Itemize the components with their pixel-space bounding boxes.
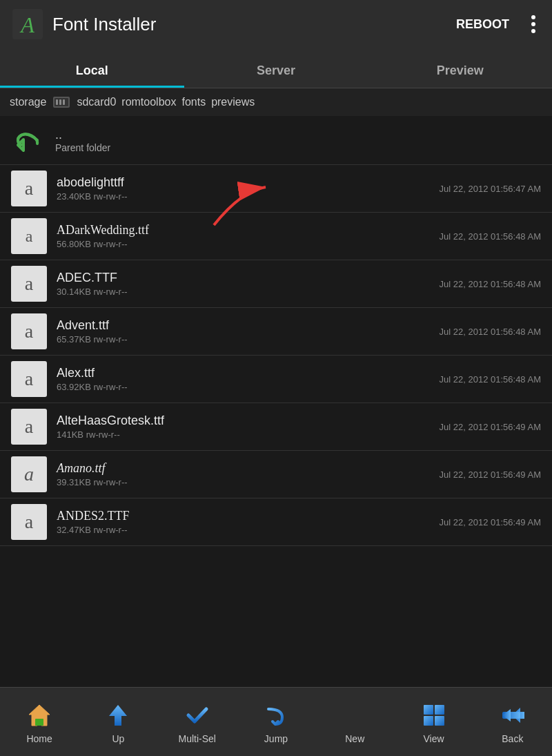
nav-view[interactable]: View (410, 700, 458, 744)
nav-view-label: View (424, 733, 444, 744)
svg-text:A: A (19, 12, 34, 37)
reboot-button[interactable]: REBOOT (448, 12, 518, 37)
svg-rect-18 (424, 716, 433, 726)
file-date: Jul 22, 2012 01:56:47 AM (440, 184, 541, 194)
more-menu-button[interactable] (526, 9, 541, 39)
nav-home[interactable]: Home (15, 700, 63, 744)
svg-marker-22 (502, 709, 511, 721)
file-name: Amano.ttf (57, 461, 430, 476)
breadcrumb-romtoolbox[interactable]: romtoolbox (121, 96, 176, 108)
plus-icon (339, 700, 370, 730)
nav-jump-label: Jump (264, 733, 288, 744)
file-meta: 63.92KB rw-rw-r-- (57, 382, 430, 392)
svg-point-3 (531, 22, 535, 26)
svg-rect-9 (59, 99, 61, 105)
file-icon: a (11, 218, 47, 254)
parent-folder-row[interactable]: .. Parent folder (0, 116, 552, 165)
home-icon (24, 700, 55, 730)
file-name: abodelighttff (57, 175, 430, 190)
file-date: Jul 22, 2012 01:56:48 AM (440, 279, 541, 289)
file-icon: a (11, 456, 47, 492)
header: A Font Installer REBOOT (0, 0, 552, 48)
view-icon (419, 700, 449, 730)
app-title: Font Installer (52, 14, 440, 35)
file-row[interactable]: a Alex.ttf 63.92KB rw-rw-r-- Jul 22, 201… (0, 356, 552, 403)
file-meta: 65.37KB rw-rw-r-- (57, 334, 430, 345)
file-name: Alex.ttf (57, 366, 430, 380)
svg-rect-8 (56, 99, 58, 105)
nav-home-label: Home (26, 733, 52, 744)
parent-dots: .. (55, 128, 110, 142)
nav-up-label: Up (112, 733, 124, 744)
svg-marker-13 (109, 705, 127, 726)
breadcrumb-fonts[interactable]: fonts (181, 96, 206, 108)
file-date: Jul 22, 2012 01:56:49 AM (440, 517, 541, 527)
file-date: Jul 22, 2012 01:56:49 AM (440, 469, 541, 480)
file-icon: a (11, 313, 47, 349)
tab-server[interactable]: Server (184, 64, 368, 88)
file-name: ADEC.TTF (57, 271, 430, 285)
file-row[interactable]: a abodelighttff 23.40KB rw-rw-r-- Jul 22… (0, 165, 552, 213)
nav-multisel[interactable]: Multi-Sel (173, 700, 221, 744)
breadcrumb-previews[interactable]: previews (211, 96, 255, 108)
main-content: storage sdcard0 romtoolbox fonts preview… (0, 88, 552, 687)
file-info: ADEC.TTF 30.14KB rw-rw-r-- (57, 271, 430, 297)
sdcard-icon (52, 95, 71, 109)
app-logo: A (11, 8, 44, 41)
svg-rect-17 (435, 705, 444, 715)
svg-point-2 (531, 15, 535, 19)
file-icon: a (11, 409, 47, 445)
back-arrow-icon (497, 700, 528, 730)
file-info: Alex.ttf 63.92KB rw-rw-r-- (57, 366, 430, 392)
jump-icon (261, 700, 291, 730)
file-info: Amano.ttf 39.31KB rw-rw-r-- (57, 461, 430, 487)
file-info: ADarkWedding.ttf 56.80KB rw-rw-r-- (57, 223, 430, 249)
file-row[interactable]: a Amano.ttf 39.31KB rw-rw-r-- Jul 22, 20… (0, 451, 552, 498)
file-meta: 141KB rw-rw-r-- (57, 429, 430, 440)
file-name: Advent.ttf (57, 318, 430, 333)
file-info: AlteHaasGrotesk.ttf 141KB rw-rw-r-- (57, 414, 430, 440)
svg-rect-12 (35, 719, 43, 726)
nav-jump[interactable]: Jump (252, 700, 300, 744)
bottom-nav: Home Up (0, 687, 552, 756)
file-name: ADarkWedding.ttf (57, 223, 430, 238)
file-row[interactable]: a AlteHaasGrotesk.ttf 141KB rw-rw-r-- Ju… (0, 403, 552, 451)
file-row[interactable]: a ADarkWedding.ttf 56.80KB rw-rw-r-- Jul… (0, 213, 552, 260)
up-arrow-icon (103, 700, 133, 730)
file-meta: 23.40KB rw-rw-r-- (57, 191, 430, 202)
tab-preview[interactable]: Preview (368, 64, 552, 88)
file-info: ANDES2.TTF 32.47KB rw-rw-r-- (57, 509, 430, 535)
file-icon: a (11, 504, 47, 540)
svg-point-4 (531, 29, 535, 33)
file-date: Jul 22, 2012 01:56:48 AM (440, 231, 541, 242)
file-icon: a (11, 361, 47, 397)
svg-rect-10 (63, 99, 65, 105)
nav-multisel-label: Multi-Sel (178, 733, 215, 744)
nav-back-label: Back (502, 733, 523, 744)
file-info: abodelighttff 23.40KB rw-rw-r-- (57, 175, 430, 202)
tab-local[interactable]: Local (0, 64, 184, 88)
file-list: .. Parent folder a abodelighttff 23.40KB… (0, 116, 552, 687)
checkmark-icon (182, 700, 213, 730)
svg-rect-19 (435, 716, 444, 726)
file-row[interactable]: a Advent.ttf 65.37KB rw-rw-r-- Jul 22, 2… (0, 308, 552, 356)
svg-rect-16 (424, 705, 433, 715)
file-icon: a (11, 171, 47, 206)
nav-up[interactable]: Up (94, 700, 142, 744)
file-date: Jul 22, 2012 01:56:49 AM (440, 422, 541, 432)
breadcrumb-sdcard0[interactable]: sdcard0 (77, 96, 116, 108)
file-date: Jul 22, 2012 01:56:48 AM (440, 374, 541, 385)
breadcrumb-storage[interactable]: storage (10, 96, 46, 108)
file-name: AlteHaasGrotesk.ttf (57, 414, 430, 428)
file-row[interactable]: a ANDES2.TTF 32.47KB rw-rw-r-- Jul 22, 2… (0, 498, 552, 546)
nav-new[interactable]: New (331, 700, 379, 744)
file-name: ANDES2.TTF (57, 509, 430, 523)
parent-folder-label: Parent folder (55, 142, 110, 153)
nav-back[interactable]: Back (489, 700, 537, 744)
tab-bar: Local Server Preview (0, 48, 552, 88)
file-meta: 39.31KB rw-rw-r-- (57, 477, 430, 487)
file-meta: 56.80KB rw-rw-r-- (57, 239, 430, 249)
file-row[interactable]: a ADEC.TTF 30.14KB rw-rw-r-- Jul 22, 201… (0, 260, 552, 308)
file-meta: 32.47KB rw-rw-r-- (57, 525, 430, 535)
file-meta: 30.14KB rw-rw-r-- (57, 287, 430, 297)
